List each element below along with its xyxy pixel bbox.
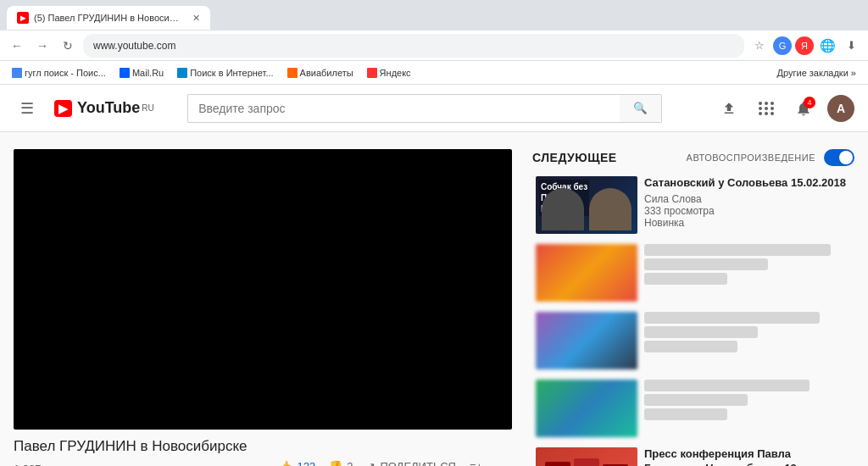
- sidebar-blurred-title-3: [644, 312, 820, 324]
- sidebar-next-label: Следующее: [532, 151, 617, 164]
- add-icon: ≡+: [470, 460, 482, 466]
- search-button[interactable]: 🔍: [620, 94, 662, 123]
- search-icon: 🔍: [633, 102, 648, 114]
- sidebar-blurred-views-4: [644, 408, 727, 420]
- video-section: Павел ГРУДИНИН в Новосибирске 1 387 прос…: [14, 149, 512, 466]
- dislike-count: 2: [347, 460, 353, 466]
- tab-title: (5) Павел ГРУДИНИН в Новосибирске - YouT…: [34, 13, 182, 23]
- sidebar-video-2[interactable]: [532, 241, 854, 305]
- browser-nav: ← → ↻ ☆ G Я 🌐 ⬇: [0, 31, 868, 61]
- active-tab[interactable]: ▶ (5) Павел ГРУДИНИН в Новосибирске - Yo…: [7, 6, 210, 30]
- video-title: Павел ГРУДИНИН в Новосибирске: [14, 438, 512, 455]
- sidebar-badge-1: Новинка: [644, 217, 851, 229]
- bookmarks-other[interactable]: Другие закладки »: [772, 66, 861, 80]
- browser-chrome: ▶ (5) Павел ГРУДИНИН в Новосибирске - Yo…: [0, 0, 868, 85]
- yt-logo-icon: ▶: [54, 100, 72, 117]
- sidebar-video-5[interactable]: Пресс конференция Павла Грудинина Новоси…: [532, 444, 854, 466]
- sidebar-blurred-views-2: [644, 273, 727, 285]
- reload-button[interactable]: ↻: [58, 36, 78, 56]
- add-to-button[interactable]: ≡+: [470, 460, 482, 466]
- notification-badge: 4: [804, 97, 815, 108]
- autoplay-label: АВТОВОСПРОИЗВЕДЕНИЕ: [687, 153, 815, 163]
- sidebar-channel-1: Сила Слова: [644, 193, 851, 205]
- tab-favicon: ▶: [17, 12, 29, 24]
- mail-favicon: [120, 68, 130, 78]
- yandex-icon[interactable]: Я: [795, 36, 814, 55]
- sidebar-info-2: [644, 244, 851, 302]
- nav-icons: ☆ G Я 🌐 ⬇: [749, 36, 861, 56]
- video-actions: 👍 123 👎 2 ↗ ПОДЕЛИТЬСЯ ≡+ •••: [279, 460, 512, 466]
- sidebar-video-1[interactable]: Собчак без Путина НИКТО Сатановский у Со…: [532, 173, 854, 237]
- share-button[interactable]: ↗ ПОДЕЛИТЬСЯ: [366, 460, 455, 466]
- like-button[interactable]: 👍 123: [279, 460, 315, 466]
- forward-button[interactable]: →: [32, 36, 53, 56]
- sidebar-info-4: [644, 380, 851, 437]
- bookmark-label: Авиабилеты: [300, 68, 353, 78]
- search-favicon: [177, 68, 187, 78]
- sidebar-blurred-title-4: [644, 380, 810, 391]
- bookmark-star-icon[interactable]: ☆: [749, 36, 770, 56]
- extension-icon[interactable]: 🌐: [817, 36, 837, 56]
- google-favicon: [12, 68, 22, 78]
- apps-grid-icon: [759, 102, 775, 115]
- thumbs-up-icon: 👍: [279, 460, 292, 466]
- sidebar-blurred-sub-4: [644, 394, 748, 406]
- more-actions-button[interactable]: •••: [496, 460, 512, 466]
- video-player[interactable]: [14, 149, 512, 430]
- address-bar[interactable]: [83, 34, 744, 58]
- bookmark-search[interactable]: Поиск в Интернет...: [172, 66, 278, 80]
- download-icon[interactable]: ⬇: [841, 36, 861, 56]
- header-actions: 4 А: [715, 95, 854, 122]
- sidebar-blurred-views-3: [644, 341, 737, 352]
- yandex-favicon: [367, 68, 377, 78]
- sidebar-blurred-sub-3: [644, 326, 758, 338]
- sidebar-blurred-sub-2: [644, 258, 768, 270]
- share-icon: ↗: [366, 460, 376, 466]
- tab-close-btn[interactable]: ✕: [192, 13, 200, 24]
- sidebar: Следующее АВТОВОСПРОИЗВЕДЕНИЕ Собчак без…: [532, 149, 854, 466]
- sidebar-thumb-5: [536, 447, 637, 466]
- sidebar-thumb-4: [536, 380, 637, 437]
- tab-bar: ▶ (5) Павел ГРУДИНИН в Новосибирске - Yo…: [0, 0, 868, 31]
- sidebar-info-3: [644, 312, 851, 369]
- avia-favicon: [287, 68, 298, 78]
- search-input[interactable]: [187, 94, 620, 123]
- bookmark-label: Поиск в Интернет...: [190, 68, 273, 78]
- sidebar-video-4[interactable]: [532, 376, 854, 441]
- sidebar-video-title-5: Пресс конференция Павла Грудинина Новоси…: [644, 447, 851, 466]
- video-meta: 1 387 просмотров 👍 123 👎 2 ↗ ПОДЕЛИТЬСЯ …: [14, 460, 512, 466]
- autoplay-toggle: АВТОВОСПРОИЗВЕДЕНИЕ: [687, 149, 854, 166]
- notifications-icon[interactable]: 4: [790, 95, 817, 122]
- back-button[interactable]: ←: [7, 36, 27, 56]
- bookmark-google[interactable]: гугл поиск - Поис...: [7, 66, 111, 80]
- sidebar-blurred-title-2: [644, 244, 831, 256]
- bookmark-label: Яндекс: [380, 68, 411, 78]
- yt-logo-ru: RU: [142, 103, 153, 113]
- search-bar: 🔍: [187, 94, 662, 123]
- dislike-button[interactable]: 👎 2: [329, 460, 353, 466]
- bookmark-label: Mail.Ru: [132, 68, 164, 78]
- main-content: Павел ГРУДИНИН в Новосибирске 1 387 прос…: [0, 132, 868, 466]
- sidebar-thumb-2: [536, 244, 637, 302]
- translate-icon[interactable]: G: [773, 36, 792, 55]
- sidebar-thumb-3: [536, 312, 637, 369]
- sidebar-info-1: Сатановский у Соловьева 15.02.2018 Сила …: [644, 176, 851, 234]
- bookmark-mail[interactable]: Mail.Ru: [114, 66, 169, 80]
- yt-logo-text: YouTube: [77, 99, 140, 117]
- menu-button[interactable]: ☰: [14, 99, 41, 118]
- sidebar-views-1: 333 просмотра: [644, 205, 851, 217]
- apps-icon[interactable]: [753, 95, 780, 122]
- bookmark-label: гугл поиск - Поис...: [25, 68, 106, 78]
- upload-icon[interactable]: [715, 95, 743, 122]
- last-thumb-inner: [536, 447, 637, 466]
- like-count: 123: [297, 460, 315, 466]
- yt-logo[interactable]: ▶ YouTubeRU: [54, 99, 154, 117]
- bookmark-yandex[interactable]: Яндекс: [362, 66, 416, 80]
- autoplay-switch[interactable]: [824, 149, 854, 166]
- sidebar-info-5: Пресс конференция Павла Грудинина Новоси…: [644, 447, 851, 466]
- bookmark-avia[interactable]: Авиабилеты: [282, 66, 359, 80]
- thumbs-down-icon: 👎: [329, 460, 342, 466]
- avatar[interactable]: А: [827, 95, 854, 122]
- view-count: 1 387 просмотров: [14, 463, 104, 466]
- sidebar-video-3[interactable]: [532, 308, 854, 373]
